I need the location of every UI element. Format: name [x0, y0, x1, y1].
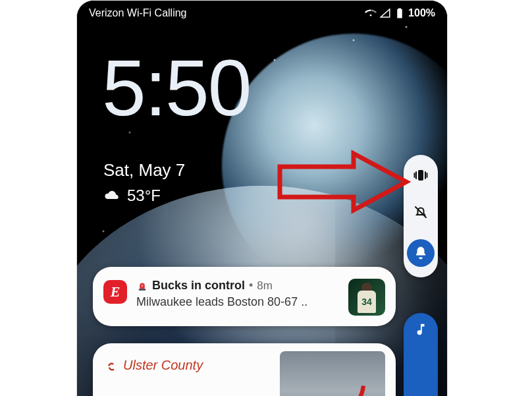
siren-icon	[136, 280, 148, 292]
battery-icon	[394, 7, 406, 19]
notification-title: Bucks in control	[152, 279, 245, 293]
wifi-icon	[365, 7, 377, 19]
notification-time: 8m	[257, 279, 273, 293]
svg-rect-1	[139, 289, 146, 290]
bell-off-icon	[413, 204, 429, 220]
silent-option[interactable]	[411, 202, 431, 222]
jersey-number: 34	[358, 291, 376, 313]
signal-icon	[379, 7, 391, 19]
red-alert-icon	[106, 360, 118, 372]
status-bar: Verizon Wi-Fi Calling 100%	[77, 1, 447, 26]
notification-espn[interactable]: E Bucks in control • 8m Milwaukee leads …	[93, 267, 396, 326]
svg-rect-2	[142, 284, 144, 287]
notification-ulster[interactable]: Ulster County	[93, 343, 396, 396]
weather-row[interactable]: 53°F	[103, 186, 161, 205]
lock-clock: 5:50	[102, 48, 251, 127]
vibrate-icon	[413, 167, 429, 183]
carrier-label: Verizon Wi-Fi Calling	[89, 7, 186, 19]
espn-app-icon: E	[103, 280, 127, 304]
battery-percent: 100%	[408, 7, 435, 19]
lock-date: Sat, May 7	[103, 160, 185, 181]
notification2-label: Ulster County	[123, 358, 203, 373]
notification-thumbnail: 34	[348, 279, 385, 316]
bell-icon	[413, 245, 429, 261]
music-note-icon	[413, 322, 428, 337]
vibrate-option[interactable]	[411, 165, 431, 185]
phone-frame: Verizon Wi-Fi Calling 100% 5:50 Sat, May…	[76, 0, 448, 396]
svg-rect-0	[418, 170, 423, 181]
status-icons: 100%	[365, 7, 435, 19]
temperature: 53°F	[127, 186, 161, 205]
notification2-thumbnail	[280, 351, 385, 396]
ring-option[interactable]	[407, 239, 435, 267]
ring-mode-selector[interactable]	[404, 155, 438, 277]
notification-separator: •	[249, 279, 253, 293]
curved-annotation-arrow	[310, 378, 369, 396]
cloud-icon	[103, 189, 120, 202]
media-volume-slider[interactable]	[404, 313, 438, 396]
notification-body: Milwaukee leads Boston 80-67 ..	[136, 295, 339, 309]
